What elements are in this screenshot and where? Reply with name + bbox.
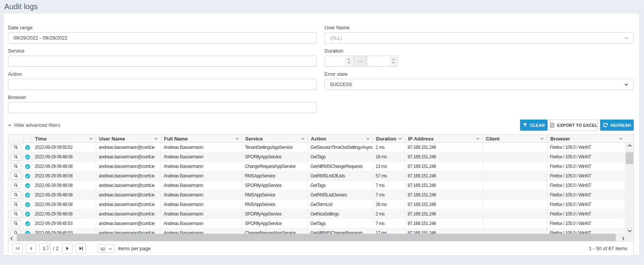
chevron-up-icon <box>347 59 350 61</box>
previous-page-button[interactable] <box>26 243 36 254</box>
vertical-scrollbar[interactable] <box>626 143 633 234</box>
user-name-select[interactable]: (ALL) <box>324 32 634 43</box>
cell-user-name: andreas.bassermann@corrit.ie <box>96 162 161 171</box>
column-title: Full Name <box>164 136 188 142</box>
table-row: 2022-09-29 09:46:08andreas.bassermann@co… <box>8 190 633 200</box>
cell-full-name: Andreas Bassermann <box>161 190 242 200</box>
success-check-icon <box>25 231 30 234</box>
scroll-left-arrow-icon[interactable] <box>10 235 13 242</box>
clear-button[interactable]: CLEAR <box>520 120 548 131</box>
column-header-client[interactable]: Client <box>483 135 547 142</box>
page-number-spinner[interactable] <box>46 246 49 250</box>
cell-service: TenantSettingsAppService <box>242 143 308 152</box>
table-row: 2022-09-29 09:46:08andreas.bassermann@co… <box>8 171 633 181</box>
success-check-icon <box>25 221 30 226</box>
cell-time: 2022-09-29 09:46:08 <box>32 162 96 171</box>
column-header-user-name[interactable]: User Name <box>96 135 161 142</box>
hide-advanced-filters-link[interactable]: Hide advanced filters <box>8 122 60 128</box>
horizontal-scrollbar-thumb[interactable] <box>17 234 616 241</box>
row-detail-button[interactable] <box>11 192 21 199</box>
column-title: Action <box>311 136 326 142</box>
row-detail-button[interactable] <box>11 153 21 161</box>
row-detail-button[interactable] <box>11 144 21 151</box>
cell-service: SPORifyAppService <box>242 219 308 228</box>
first-page-button[interactable] <box>12 243 23 254</box>
chevron-down-icon <box>89 137 93 140</box>
column-header-status <box>24 135 32 142</box>
cell-action: GetTags <box>308 152 373 161</box>
column-header-browser[interactable]: Browser <box>547 135 625 142</box>
column-title: Service <box>245 136 263 142</box>
cell-client <box>483 228 547 234</box>
vertical-scrollbar-thumb[interactable] <box>626 152 633 164</box>
error-state-select[interactable]: SUCCESS <box>324 79 634 90</box>
horizontal-scrollbar[interactable] <box>8 234 633 241</box>
column-title: Duration <box>376 136 396 142</box>
chevron-down-icon <box>46 248 49 250</box>
action-input[interactable] <box>8 79 317 90</box>
browser-input[interactable] <box>8 102 317 113</box>
cell-action: GetTags <box>308 219 373 228</box>
page-number-input[interactable]: 1 <box>39 243 51 254</box>
date-range-input[interactable]: 09/29/2022 - 09/29/2022 <box>8 32 317 43</box>
chevron-down-icon <box>109 248 112 250</box>
column-header-full-name[interactable]: Full Name <box>161 135 242 142</box>
duration-to-input[interactable] <box>367 56 398 66</box>
filter-icon <box>523 123 527 128</box>
scroll-up-arrow-icon[interactable] <box>626 144 633 147</box>
refresh-button[interactable]: REFRESH <box>600 120 634 131</box>
error-state-field: Error state SUCCESS <box>324 71 634 90</box>
row-detail-button[interactable] <box>11 172 21 180</box>
row-detail-button[interactable] <box>11 211 21 218</box>
cell-expand <box>8 171 24 180</box>
duration-from-input[interactable] <box>325 56 353 66</box>
row-detail-button[interactable] <box>11 182 21 189</box>
column-header-service[interactable]: Service <box>242 135 308 142</box>
success-check-icon <box>25 145 30 150</box>
previous-page-icon <box>29 246 32 251</box>
cell-expand <box>8 219 24 228</box>
magnifier-icon <box>14 212 18 216</box>
svg-text:x: x <box>551 124 553 127</box>
service-input[interactable] <box>8 56 317 67</box>
last-page-button[interactable] <box>75 243 86 254</box>
cell-ip-address: 87.169.151.246 <box>405 171 483 180</box>
duration-to-spinner[interactable] <box>390 56 397 66</box>
chevron-down-icon <box>235 137 239 140</box>
chevron-down-icon <box>398 137 402 140</box>
next-page-button[interactable] <box>62 243 73 254</box>
cell-full-name: Andreas Bassermann <box>161 171 242 180</box>
cell-ip-address: 87.169.151.246 <box>405 209 483 219</box>
cell-ip-address: 87.169.151.246 <box>405 190 483 200</box>
column-header-time[interactable]: Time <box>32 135 96 142</box>
cell-user-name: andreas.bassermann@corrit.ie <box>96 200 161 209</box>
chevron-down-icon <box>154 137 158 140</box>
filters-section: Date range 09/29/2022 - 09/29/2022 Servi… <box>8 25 639 118</box>
last-page-icon <box>79 246 83 251</box>
duration-range-group: --- <box>324 56 398 67</box>
grid-body: 2022-09-29 09:55:52andreas.bassermann@co… <box>8 143 633 234</box>
column-header-ip-address[interactable]: IP Address <box>405 135 483 142</box>
cell-client <box>483 190 547 200</box>
table-row: 2022-09-29 09:46:08andreas.bassermann@co… <box>8 209 633 219</box>
magnifier-icon <box>14 202 18 207</box>
cell-expand <box>8 209 24 219</box>
row-detail-button[interactable] <box>11 163 21 170</box>
audit-logs-panel: Date range 09/29/2022 - 09/29/2022 Servi… <box>3 13 640 255</box>
row-detail-button[interactable] <box>11 201 21 208</box>
scroll-right-arrow-icon[interactable] <box>622 235 625 242</box>
row-detail-button[interactable] <box>11 230 21 234</box>
cell-browser: Firefox / 105.0 / WinNT <box>547 152 625 161</box>
cell-ip-address: 87.169.151.246 <box>405 181 483 190</box>
magnifier-icon <box>14 221 18 226</box>
duration-from-spinner[interactable] <box>345 56 353 66</box>
column-header-duration[interactable]: Duration <box>373 135 405 142</box>
scroll-down-arrow-icon[interactable] <box>626 230 633 232</box>
date-range-field: Date range 09/29/2022 - 09/29/2022 <box>8 25 317 43</box>
column-header-action[interactable]: Action <box>308 135 373 142</box>
row-detail-button[interactable] <box>11 220 21 227</box>
page-size-select[interactable]: 50 <box>97 244 114 253</box>
duration-label: Duration <box>324 48 634 54</box>
export-to-excel-button[interactable]: x EXPORT TO EXCEL <box>550 120 598 131</box>
chevron-down-icon <box>366 137 370 140</box>
